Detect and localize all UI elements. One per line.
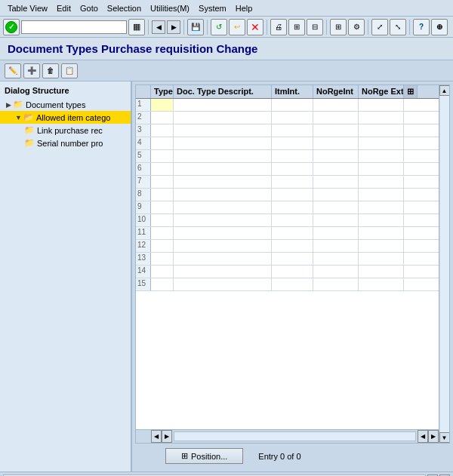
cell-desc[interactable] [174,266,272,278]
hscroll-right-btn[interactable]: ▶ [162,430,172,443]
cell-norgeint-1[interactable] [313,99,359,111]
find-btn[interactable]: ⊞ [288,19,305,35]
find-next-btn[interactable]: ⊟ [307,19,323,35]
cell-itmint[interactable] [272,150,313,162]
cell-desc[interactable] [174,124,272,137]
save-btn[interactable]: 💾 [187,19,204,35]
cell-type[interactable] [151,137,174,149]
tree-item-document-types[interactable]: ▶ 📁 Document types [0,98,131,111]
green-check-btn[interactable]: ✓ [3,19,20,35]
cell-norgeint[interactable] [313,214,359,226]
cell-type[interactable] [151,124,174,137]
cell-norgeext[interactable] [359,189,404,201]
cell-desc[interactable] [174,253,272,265]
refresh-btn[interactable]: ↺ [211,19,227,35]
col-expand-btn[interactable]: ⊞ [404,85,418,98]
back-btn[interactable]: ◀ [152,20,165,34]
help-btn[interactable]: ? [413,19,430,35]
insert-row-btn[interactable]: ➕ [23,63,40,78]
expand-btn[interactable]: ⤢ [371,19,388,35]
menu-edit[interactable]: Edit [52,2,76,14]
col-header-doc-type[interactable]: Doc. Type Descript. [174,85,272,98]
cell-desc[interactable] [174,214,272,226]
menu-help[interactable]: Help [231,2,257,14]
forward-btn[interactable]: ▶ [167,20,180,34]
cell-desc[interactable] [174,150,272,162]
cell-norgeint[interactable] [313,278,359,290]
cell-type[interactable] [151,240,174,252]
customize-btn[interactable]: ⊕ [431,19,448,35]
cell-norgeint[interactable] [313,112,359,124]
tree-item-serial-number[interactable]: 📁 Serial number pro [0,137,131,149]
cell-itmint-1[interactable] [272,99,313,111]
edit-pencil-btn[interactable]: ✏️ [5,63,21,78]
cell-type[interactable] [151,189,174,201]
col-header-norgeext[interactable]: NoRge Ext [359,85,404,98]
cell-desc[interactable] [174,112,272,124]
settings-btn[interactable]: ⚙ [348,19,365,35]
vscroll-down-btn[interactable]: ▼ [439,432,450,443]
cell-norgeint[interactable] [313,124,359,137]
menu-selection[interactable]: Selection [103,2,146,14]
cell-norgeint[interactable] [313,240,359,252]
cell-norgeext[interactable] [359,137,404,149]
cell-itmint[interactable] [272,240,313,252]
command-input[interactable] [21,20,127,34]
tree-item-link-purchase[interactable]: 📁 Link purchase rec [0,124,131,137]
cell-desc[interactable] [174,278,272,290]
cell-norgeint[interactable] [313,150,359,162]
grid-btn[interactable]: ⊞ [330,19,347,35]
cell-itmint[interactable] [272,278,313,290]
cell-itmint[interactable] [272,137,313,149]
cell-itmint[interactable] [272,253,313,265]
cell-type[interactable] [151,112,174,124]
cell-norgeint[interactable] [313,266,359,278]
cell-itmint[interactable] [272,176,313,188]
col-header-itmint[interactable]: ItmInt. [272,85,313,98]
cell-norgeext[interactable] [359,201,404,213]
cell-norgeint[interactable] [313,253,359,265]
cell-type[interactable] [151,163,174,175]
hscroll-left-btn[interactable]: ◀ [151,430,162,443]
cell-norgeint[interactable] [313,201,359,213]
hscroll-track[interactable] [174,431,416,441]
cell-norgeext[interactable] [359,163,404,175]
hscroll-end-left-btn[interactable]: ◀ [418,430,428,443]
cell-desc[interactable] [174,176,272,188]
cell-itmint[interactable] [272,266,313,278]
cell-desc-1[interactable] [174,99,272,111]
cell-norgeint[interactable] [313,137,359,149]
cell-desc[interactable] [174,227,272,239]
cell-type[interactable] [151,266,174,278]
cell-norgeext[interactable] [359,176,404,188]
cell-type[interactable] [151,176,174,188]
cell-itmint[interactable] [272,189,313,201]
input-help-btn[interactable]: ▦ [128,19,145,35]
col-header-type[interactable]: Type [151,85,174,98]
vscroll-up-btn[interactable]: ▲ [439,85,450,96]
cell-desc[interactable] [174,189,272,201]
cell-type[interactable] [151,201,174,213]
cell-type[interactable] [151,227,174,239]
cell-desc[interactable] [174,137,272,149]
cell-desc[interactable] [174,163,272,175]
cell-norgeext[interactable] [359,124,404,137]
cell-norgeint[interactable] [313,163,359,175]
cell-itmint[interactable] [272,201,313,213]
cell-type[interactable] [151,253,174,265]
delete-row-btn[interactable]: 🗑 [42,63,59,78]
menu-table-view[interactable]: Table View [3,2,52,14]
position-button[interactable]: ⊞ Position... [165,448,243,464]
collapse-btn[interactable]: ⤡ [390,19,406,35]
cell-norgeext[interactable] [359,266,404,278]
cell-type-1[interactable] [151,99,174,111]
cell-itmint[interactable] [272,214,313,226]
tree-item-allowed-item-catego[interactable]: ▼ 📂 Allowed item catego [0,111,131,124]
cell-itmint[interactable] [272,124,313,137]
cell-norgeext[interactable] [359,227,404,239]
menu-utilities[interactable]: Utilities(M) [146,2,194,14]
cell-norgeext-1[interactable] [359,99,404,111]
cancel-btn[interactable]: ✕ [247,19,263,35]
cell-norgeint[interactable] [313,189,359,201]
cell-desc[interactable] [174,240,272,252]
